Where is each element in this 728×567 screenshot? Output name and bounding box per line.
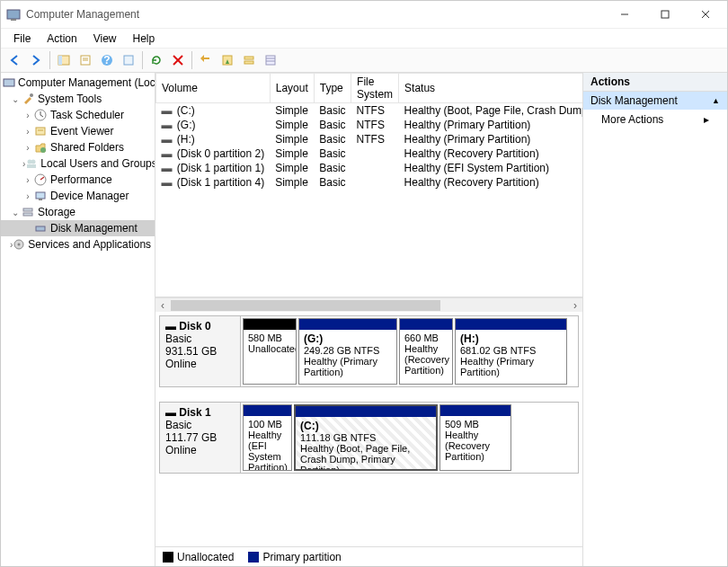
table-row[interactable]: ▬ (C:) SimpleBasicNTFSHealthy (Boot, Pag… — [156, 103, 583, 119]
menu-action[interactable]: Action — [40, 31, 84, 47]
tree-disk-management[interactable]: Disk Management — [1, 220, 155, 236]
forward-button[interactable] — [26, 50, 46, 70]
scroll-right-icon[interactable]: › — [568, 299, 582, 312]
table-row[interactable]: ▬ (Disk 0 partition 2) SimpleBasicHealth… — [156, 146, 583, 161]
legend-unallocated: Unallocated — [163, 551, 234, 563]
col-header[interactable]: Volume — [156, 74, 271, 103]
maximize-button[interactable] — [644, 2, 685, 27]
partition[interactable]: (C:)111.18 GB NTFSHealthy (Boot, Page Fi… — [294, 404, 438, 471]
tree-item[interactable]: › Device Manager — [1, 188, 155, 204]
partition[interactable]: 100 MBHealthy (EFI System Partition) — [243, 404, 292, 471]
minimize-button[interactable] — [604, 2, 644, 27]
partition[interactable]: (G:)249.28 GB NTFSHealthy (Primary Parti… — [298, 318, 397, 385]
back-button[interactable] — [4, 50, 24, 70]
menubar: File Action View Help — [1, 28, 727, 48]
delete-button[interactable] — [168, 50, 188, 70]
menu-help[interactable]: Help — [126, 31, 163, 47]
menu-view[interactable]: View — [86, 31, 124, 47]
partition[interactable]: 509 MBHealthy (Recovery Partition) — [439, 404, 511, 471]
partition-body: 660 MBHealthy (Recovery Partition) — [400, 330, 452, 384]
tree-label: Disk Management — [50, 222, 138, 235]
tree-services[interactable]: › Services and Applications — [1, 236, 155, 252]
item-icon — [33, 173, 48, 187]
scroll-left-icon[interactable]: ‹ — [155, 299, 170, 312]
volume-table[interactable]: VolumeLayoutTypeFile SystemStatus ▬ (C:)… — [155, 73, 582, 297]
volume-icon: ▬ — [162, 104, 174, 117]
disk-graphical-view[interactable]: ▬ Disk 0Basic931.51 GBOnline 580 MBUnall… — [155, 312, 582, 546]
window-title: Computer Management — [26, 8, 604, 21]
h-scrollbar[interactable]: ‹ › — [155, 297, 582, 312]
window-root: Computer Management File Action View Hel… — [0, 0, 728, 567]
partition[interactable]: 660 MBHealthy (Recovery Partition) — [399, 318, 453, 385]
tree-storage[interactable]: ⌄ Storage — [1, 204, 155, 220]
graphical-view-button[interactable] — [239, 50, 259, 70]
show-hide-tree-button[interactable] — [54, 50, 74, 70]
svg-point-29 — [40, 147, 46, 153]
svg-rect-1 — [11, 19, 16, 21]
svg-rect-7 — [58, 56, 62, 65]
svg-rect-13 — [124, 56, 133, 65]
toolbar: ? — [1, 48, 727, 73]
partition[interactable]: (H:)681.02 GB NTFSHealthy (Primary Parti… — [455, 318, 567, 385]
partition-cap — [299, 319, 396, 330]
item-icon — [33, 124, 48, 138]
partition[interactable]: 580 MBUnallocated — [243, 318, 297, 385]
collapse-icon[interactable]: ⌄ — [10, 94, 21, 104]
item-icon — [33, 189, 48, 203]
volume-list-button[interactable] — [218, 50, 237, 70]
tree-item[interactable]: › Performance — [1, 172, 155, 188]
properties-button[interactable] — [119, 50, 138, 70]
disk-icon — [33, 221, 48, 235]
svg-rect-3 — [661, 11, 669, 18]
item-icon — [33, 108, 48, 122]
tree-pane[interactable]: Computer Management (Local) ⌄ System Too… — [1, 73, 155, 566]
tree-item[interactable]: › Task Scheduler — [1, 107, 155, 123]
menu-file[interactable]: File — [6, 31, 38, 47]
table-row[interactable]: ▬ (G:) SimpleBasicNTFSHealthy (Primary P… — [156, 118, 583, 132]
table-row[interactable]: ▬ (Disk 1 partition 4) SimpleBasicHealth… — [156, 175, 583, 190]
expand-icon[interactable]: › — [22, 191, 33, 201]
collapse-icon[interactable]: ⌄ — [10, 208, 21, 217]
tree-item[interactable]: › Local Users and Groups — [1, 155, 155, 172]
item-icon — [33, 140, 48, 155]
col-header[interactable]: Status — [399, 74, 582, 103]
tree-label: Services and Applications — [28, 238, 151, 251]
scroll-thumb[interactable] — [171, 300, 440, 311]
svg-rect-38 — [36, 226, 45, 231]
export-list-button[interactable] — [75, 50, 95, 70]
actions-more[interactable]: More Actions ▸ — [583, 110, 727, 129]
list-view-button[interactable] — [261, 50, 280, 70]
computer-icon — [3, 75, 15, 90]
tree-item[interactable]: › Shared Folders — [1, 139, 155, 155]
svg-rect-19 — [266, 56, 275, 65]
table-row[interactable]: ▬ (Disk 1 partition 1) SimpleBasicHealth… — [156, 161, 583, 175]
partition-cap — [440, 405, 510, 416]
expand-icon[interactable]: › — [22, 175, 33, 185]
disk-info[interactable]: ▬ Disk 0Basic931.51 GBOnline — [160, 316, 241, 386]
table-row[interactable]: ▬ (H:) SimpleBasicNTFSHealthy (Primary P… — [156, 132, 583, 146]
svg-rect-36 — [23, 208, 32, 211]
col-header[interactable]: Type — [314, 74, 351, 103]
expand-icon[interactable]: › — [22, 127, 33, 137]
help-button[interactable]: ? — [97, 50, 117, 70]
titlebar: Computer Management — [1, 1, 727, 28]
expand-icon[interactable]: › — [22, 111, 33, 120]
undo-button[interactable] — [196, 50, 216, 70]
actions-section[interactable]: Disk Management ▲ — [583, 92, 727, 110]
refresh-button[interactable] — [146, 50, 166, 70]
svg-rect-17 — [244, 57, 253, 59]
close-button[interactable] — [685, 2, 725, 27]
disk-row: ▬ Disk 1Basic111.77 GBOnline 100 MBHealt… — [159, 402, 579, 474]
expand-icon[interactable]: › — [22, 143, 33, 153]
col-header[interactable]: File System — [351, 74, 399, 103]
disk-info[interactable]: ▬ Disk 1Basic111.77 GBOnline — [160, 403, 241, 473]
col-header[interactable]: Layout — [270, 74, 314, 103]
tree-system-tools[interactable]: ⌄ System Tools — [1, 91, 155, 107]
partitions: 100 MBHealthy (EFI System Partition) (C:… — [241, 403, 578, 473]
svg-rect-18 — [244, 61, 253, 64]
submenu-icon: ▸ — [704, 113, 709, 126]
storage-icon — [21, 205, 35, 219]
tree-root[interactable]: Computer Management (Local) — [1, 75, 155, 91]
partition-body: (C:)111.18 GB NTFSHealthy (Boot, Page Fi… — [296, 417, 436, 469]
tree-item[interactable]: › Event Viewer — [1, 123, 155, 139]
